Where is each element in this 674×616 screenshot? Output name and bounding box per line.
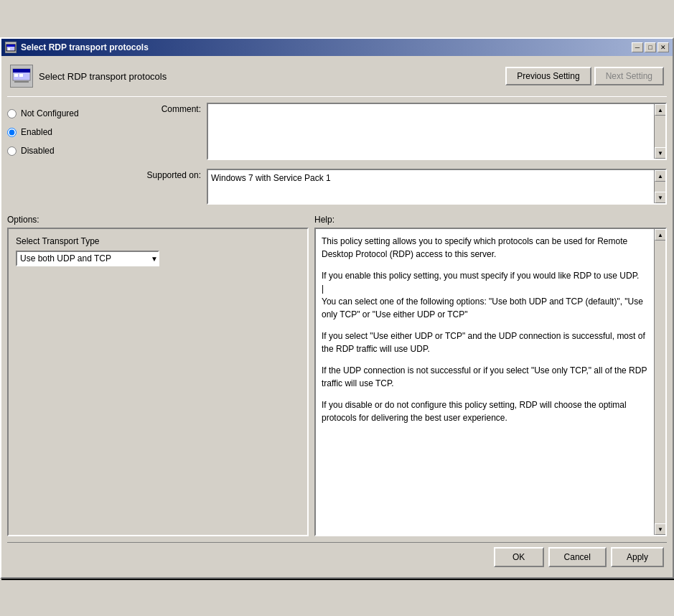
help-scroll-track: [655, 241, 665, 523]
not-configured-label: Not Configured: [21, 108, 79, 118]
help-box: This policy setting allows you to specif…: [314, 228, 667, 536]
scroll-up-arrow[interactable]: ▲: [655, 104, 666, 116]
supported-scroll-track: [655, 182, 665, 192]
svg-rect-4: [13, 69, 30, 73]
window-title: Select RDP transport protocols: [21, 42, 627, 52]
not-configured-input[interactable]: [7, 109, 17, 118]
help-para-4: If the UDP connection is not successful …: [322, 364, 648, 390]
transport-select-container: Use both UDP and TCP Use only TCP Use ei…: [16, 251, 159, 266]
options-section-label: Options:: [7, 215, 39, 225]
svg-rect-5: [14, 74, 18, 77]
header-left: Select RDP transport protocols: [10, 65, 167, 88]
help-scroll-up[interactable]: ▲: [655, 229, 666, 241]
header-title: Select RDP transport protocols: [39, 71, 167, 82]
disabled-input[interactable]: [7, 146, 17, 156]
header-divider: [7, 96, 667, 97]
disabled-label: Disabled: [21, 146, 55, 156]
svg-rect-7: [14, 81, 29, 83]
svg-rect-1: [6, 45, 15, 47]
options-section: Select Transport Type Use both UDP and T…: [7, 228, 309, 536]
transport-type-select[interactable]: Use both UDP and TCP Use only TCP Use ei…: [16, 251, 159, 266]
options-box: Select Transport Type Use both UDP and T…: [7, 228, 309, 536]
svg-rect-6: [19, 74, 23, 77]
next-setting-button[interactable]: Next Setting: [594, 67, 664, 85]
footer-row: OK Cancel Apply: [7, 542, 667, 571]
supported-value: Windows 7 with Service Pack 1: [208, 170, 665, 186]
titlebar: Select RDP transport protocols ─ □ ✕: [1, 39, 673, 56]
help-scroll-down[interactable]: ▼: [655, 523, 666, 535]
scroll-down-arrow[interactable]: ▼: [655, 147, 666, 159]
titlebar-icon: [5, 42, 17, 53]
help-content: This policy setting allows you to specif…: [316, 229, 654, 535]
supported-scroll-down[interactable]: ▼: [655, 192, 666, 203]
enabled-input[interactable]: [7, 128, 17, 137]
svg-rect-2: [8, 48, 10, 50]
minimize-button[interactable]: ─: [632, 42, 643, 52]
apply-button[interactable]: Apply: [611, 547, 664, 567]
comment-textarea[interactable]: [208, 104, 654, 159]
prev-setting-button[interactable]: Previous Setting: [505, 67, 591, 85]
ok-button[interactable]: OK: [494, 547, 544, 567]
enabled-radio[interactable]: Enabled: [7, 127, 129, 137]
settings-area: Not Configured Enabled Disabled Comment:: [7, 103, 667, 209]
comment-column: Comment: ▲ ▼ Supported on: Windows 7 wit…: [129, 103, 667, 209]
supported-row: Supported on: Windows 7 with Service Pac…: [129, 169, 667, 205]
supported-label: Supported on:: [129, 169, 201, 180]
options-help-row: Select Transport Type Use both UDP and T…: [7, 228, 667, 536]
help-para-5: If you disable or do not configure this …: [322, 398, 648, 424]
supported-scrollbar: ▲ ▼: [654, 170, 665, 203]
comment-field-wrapper: ▲ ▼: [207, 103, 667, 160]
dialog-content: Select RDP transport protocols Previous …: [1, 56, 673, 577]
help-para-1: This policy setting allows you to specif…: [322, 235, 648, 261]
help-para-3: If you select "Use either UDP or TCP" an…: [322, 330, 648, 355]
enabled-label: Enabled: [21, 127, 52, 137]
supported-field-wrapper: Windows 7 with Service Pack 1 ▲ ▼: [207, 169, 667, 205]
titlebar-controls: ─ □ ✕: [632, 42, 669, 52]
cancel-button[interactable]: Cancel: [548, 547, 607, 567]
dialog-icon: [10, 65, 33, 88]
disabled-radio[interactable]: Disabled: [7, 146, 129, 156]
comment-row: Comment: ▲ ▼: [129, 103, 667, 160]
maximize-button[interactable]: □: [645, 42, 656, 52]
close-button[interactable]: ✕: [657, 42, 669, 52]
supported-scroll-up[interactable]: ▲: [655, 170, 666, 182]
help-scrollbar: ▲ ▼: [654, 229, 665, 535]
not-configured-radio[interactable]: Not Configured: [7, 108, 129, 118]
header-row: Select RDP transport protocols Previous …: [7, 62, 667, 90]
help-para-2: If you enable this policy setting, you m…: [322, 269, 648, 321]
comment-label: Comment:: [129, 103, 201, 114]
comment-scrollbar: ▲ ▼: [654, 104, 665, 159]
transport-type-label: Select Transport Type: [16, 236, 300, 246]
help-section-label: Help:: [314, 215, 334, 225]
main-window: Select RDP transport protocols ─ □ ✕: [0, 37, 674, 579]
help-section: This policy setting allows you to specif…: [314, 228, 667, 536]
nav-buttons: Previous Setting Next Setting: [505, 67, 664, 85]
radio-column: Not Configured Enabled Disabled: [7, 103, 129, 209]
scroll-track: [655, 116, 665, 147]
